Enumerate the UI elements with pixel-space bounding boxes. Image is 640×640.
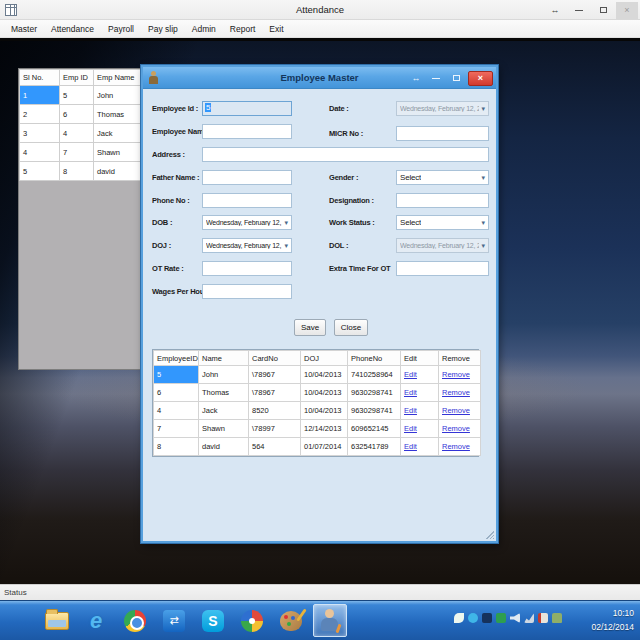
cell[interactable]: david bbox=[94, 162, 143, 181]
micr-no-field[interactable] bbox=[396, 126, 489, 141]
table-row[interactable]: 6 Thomas \78967 10/04/2013 9630298741 Ed… bbox=[154, 384, 481, 402]
cell[interactable]: 12/14/2013 bbox=[301, 420, 348, 438]
cell[interactable]: 6 bbox=[60, 105, 94, 124]
extra-time-for-ot-field[interactable] bbox=[396, 261, 489, 276]
menu-exit[interactable]: Exit bbox=[262, 22, 290, 36]
table-row[interactable]: 3 4 Jack bbox=[20, 124, 143, 143]
employee-detail-grid[interactable]: EmployeeID Name CardNo DOJ PhoneNo Edit … bbox=[152, 349, 479, 457]
cell[interactable]: 5 bbox=[60, 86, 94, 105]
table-row[interactable]: 5 8 david bbox=[20, 162, 143, 181]
tray-teamviewer-icon[interactable] bbox=[482, 613, 492, 623]
tray-leaf-icon[interactable] bbox=[454, 613, 464, 623]
cell[interactable]: 9630298741 bbox=[348, 384, 401, 402]
cell[interactable]: Jack bbox=[199, 402, 249, 420]
remove-link[interactable]: Remove bbox=[442, 370, 470, 379]
window-close-button[interactable]: × bbox=[616, 2, 638, 19]
window-restore-button[interactable] bbox=[592, 2, 614, 19]
gender-select[interactable]: Select ▾ bbox=[396, 170, 489, 185]
remove-link[interactable]: Remove bbox=[442, 442, 470, 451]
taskbar-attendance-app-button[interactable] bbox=[313, 604, 347, 637]
tray-network-icon[interactable] bbox=[524, 613, 534, 623]
edit-link[interactable]: Edit bbox=[404, 406, 417, 415]
cell-selected[interactable]: 5 bbox=[154, 366, 199, 384]
menu-admin[interactable]: Admin bbox=[185, 22, 223, 36]
cell[interactable]: John bbox=[199, 366, 249, 384]
cell[interactable]: 3 bbox=[20, 124, 60, 143]
tray-volume-icon[interactable] bbox=[510, 613, 520, 623]
cell[interactable]: 8520 bbox=[249, 402, 301, 420]
save-button[interactable]: Save bbox=[294, 319, 326, 336]
table-row[interactable]: 7 Shawn \78997 12/14/2013 609652145 Edit… bbox=[154, 420, 481, 438]
table-row[interactable]: 4 Jack 8520 10/04/2013 9630298741 Edit R… bbox=[154, 402, 481, 420]
taskbar-skype-button[interactable]: S bbox=[196, 604, 230, 637]
tray-green-app-icon[interactable] bbox=[496, 613, 506, 623]
taskbar-paint-button[interactable] bbox=[274, 604, 308, 637]
cell[interactable]: 6 bbox=[154, 384, 199, 402]
taskbar-chrome-button[interactable] bbox=[118, 604, 152, 637]
tray-action-center-flag-icon[interactable] bbox=[538, 613, 548, 623]
dialog-minimize-button[interactable] bbox=[428, 71, 444, 86]
remove-link[interactable]: Remove bbox=[442, 388, 470, 397]
taskbar-pinwheel-app-button[interactable] bbox=[235, 604, 269, 637]
edit-link[interactable]: Edit bbox=[404, 370, 417, 379]
cell[interactable]: 564 bbox=[249, 438, 301, 456]
cell[interactable]: Thomas bbox=[199, 384, 249, 402]
cell[interactable]: 4 bbox=[60, 124, 94, 143]
cell[interactable]: 8 bbox=[154, 438, 199, 456]
cell[interactable]: 5 bbox=[20, 162, 60, 181]
cell[interactable]: 9630298741 bbox=[348, 402, 401, 420]
employee-list-grid[interactable]: Sl No. Emp ID Emp Name 1 5 John 2 6 Thom… bbox=[18, 68, 141, 370]
dol-picker[interactable]: Wednesday, February 12, 2014 ▾ bbox=[396, 238, 489, 253]
cell[interactable]: 2 bbox=[20, 105, 60, 124]
window-help-button[interactable]: ↔ bbox=[544, 2, 566, 19]
ot-rate-field[interactable] bbox=[202, 261, 292, 276]
edit-link[interactable]: Edit bbox=[404, 424, 417, 433]
tray-power-icon[interactable] bbox=[552, 613, 562, 623]
menu-attendance[interactable]: Attendance bbox=[44, 22, 101, 36]
tray-skype-icon[interactable] bbox=[468, 613, 478, 623]
date-picker[interactable]: Wednesday, February 12, 2014 ▾ bbox=[396, 101, 489, 116]
menu-master[interactable]: Master bbox=[4, 22, 44, 36]
employee-name-field[interactable] bbox=[202, 124, 292, 139]
doj-picker[interactable]: Wednesday, February 12, 2014 ▾ bbox=[202, 238, 292, 253]
phone-no-field[interactable] bbox=[202, 193, 292, 208]
taskbar-internet-explorer-button[interactable]: e bbox=[79, 604, 113, 637]
resize-grip[interactable] bbox=[486, 531, 494, 539]
cell-selected[interactable]: 1 bbox=[20, 86, 60, 105]
employee-id-field[interactable]: 5 bbox=[202, 101, 292, 116]
edit-link[interactable]: Edit bbox=[404, 388, 417, 397]
remove-link[interactable]: Remove bbox=[442, 406, 470, 415]
cell[interactable]: 10/04/2013 bbox=[301, 384, 348, 402]
address-field[interactable] bbox=[202, 147, 489, 162]
cell[interactable]: 4 bbox=[20, 143, 60, 162]
table-row[interactable]: 2 6 Thomas bbox=[20, 105, 143, 124]
window-minimize-button[interactable] bbox=[568, 2, 590, 19]
cell[interactable]: \78967 bbox=[249, 384, 301, 402]
dialog-close-button[interactable]: × bbox=[468, 71, 493, 86]
taskbar-teamviewer-button[interactable]: ⇄ bbox=[157, 604, 191, 637]
cell[interactable]: 8 bbox=[60, 162, 94, 181]
father-name-field[interactable] bbox=[202, 170, 292, 185]
dialog-restore-button[interactable] bbox=[448, 71, 464, 86]
taskbar-clock[interactable]: 10:10 02/12/2014 bbox=[591, 606, 634, 635]
cell[interactable]: 7410258964 bbox=[348, 366, 401, 384]
wages-per-hour-field[interactable] bbox=[202, 284, 292, 299]
menu-payroll[interactable]: Payroll bbox=[101, 22, 141, 36]
cell[interactable]: Shawn bbox=[199, 420, 249, 438]
cell[interactable]: 4 bbox=[154, 402, 199, 420]
close-button[interactable]: Close bbox=[334, 319, 368, 336]
dob-picker[interactable]: Wednesday, February 12, 2014 ▾ bbox=[202, 215, 292, 230]
cell[interactable]: 7 bbox=[154, 420, 199, 438]
cell[interactable]: 10/04/2013 bbox=[301, 402, 348, 420]
menu-payslip[interactable]: Pay slip bbox=[141, 22, 185, 36]
cell[interactable]: 632541789 bbox=[348, 438, 401, 456]
table-row[interactable]: 4 7 Shawn bbox=[20, 143, 143, 162]
cell[interactable]: 609652145 bbox=[348, 420, 401, 438]
cell[interactable]: 10/04/2013 bbox=[301, 366, 348, 384]
dialog-help-button[interactable]: ↔ bbox=[408, 71, 424, 86]
cell[interactable]: Thomas bbox=[94, 105, 143, 124]
dialog-titlebar[interactable]: Employee Master ↔ × bbox=[143, 67, 496, 89]
edit-link[interactable]: Edit bbox=[404, 442, 417, 451]
cell[interactable]: \78997 bbox=[249, 420, 301, 438]
designation-field[interactable] bbox=[396, 193, 489, 208]
